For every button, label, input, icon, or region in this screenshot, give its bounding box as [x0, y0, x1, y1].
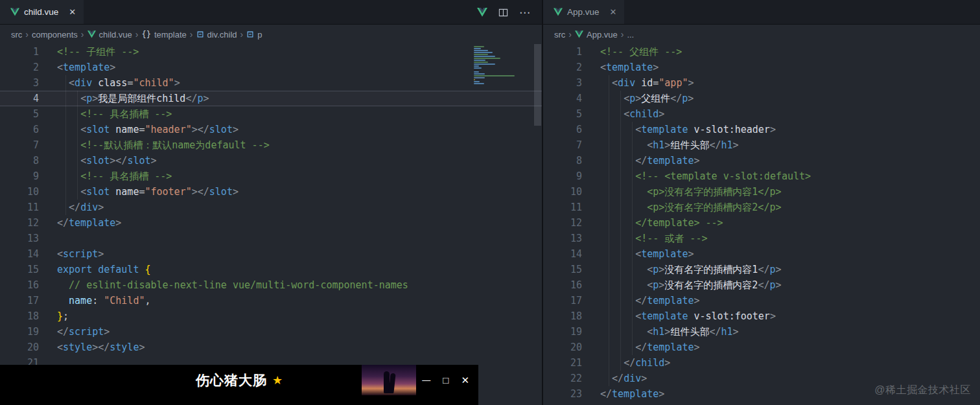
code-line[interactable]: 11 </div> — [0, 200, 542, 215]
ad-title[interactable]: 伤心猪大肠 — [196, 371, 267, 389]
breadcrumbs-left: src›components›child.vue›{}template›div.… — [0, 25, 542, 44]
code-line[interactable]: 2<template> — [0, 60, 542, 75]
line-number: 14 — [0, 246, 39, 262]
code-line[interactable]: 6 <slot name="header"></slot> — [0, 122, 542, 137]
indent-guide — [77, 91, 78, 200]
ad-banner: 伤心猪大肠 ★ — □ ✕ — [0, 365, 478, 405]
line-number: 10 — [0, 184, 39, 200]
breadcrumb-item[interactable]: App.vue — [575, 30, 618, 40]
line-number: 19 — [0, 324, 39, 340]
line-number: 13 — [543, 231, 582, 246]
code-line[interactable]: 5 <!-- 具名插槽 --> — [0, 106, 542, 122]
breadcrumb-item[interactable]: src — [554, 30, 565, 40]
close-tab-icon[interactable]: ✕ — [69, 7, 76, 17]
star-icon: ★ — [272, 373, 283, 388]
line-number: 4 — [0, 91, 39, 106]
breadcrumb-item[interactable]: src — [11, 30, 22, 40]
couple-silhouette — [388, 373, 395, 393]
line-number: 9 — [0, 168, 39, 184]
editor-pane-left: child.vue ✕ ⋯ src›components›child.vue›{… — [0, 0, 542, 405]
code-line[interactable]: 1<!-- 父组件 --> — [543, 44, 980, 60]
ad-close-icon[interactable]: ✕ — [461, 375, 469, 385]
line-number: 16 — [0, 277, 39, 293]
tab-label: child.vue — [24, 7, 58, 17]
chevron-right-icon: › — [621, 29, 624, 40]
line-number: 13 — [0, 231, 39, 246]
breadcrumb-item[interactable]: div.child — [196, 30, 237, 40]
code-line[interactable]: 15export default { — [0, 262, 542, 277]
code-line[interactable]: 9 <!-- 具名插槽 --> — [0, 168, 542, 184]
chevron-right-icon: › — [568, 29, 572, 40]
indent-guide — [65, 75, 66, 215]
editor-right: 1<!-- 父组件 -->2<template>3 <div id="app">… — [543, 44, 980, 405]
chevron-right-icon: › — [81, 29, 84, 40]
code-line[interactable]: 13 — [0, 231, 542, 246]
breadcrumb-item[interactable]: ... — [627, 30, 634, 40]
code-line[interactable]: 12</template> — [0, 215, 542, 231]
line-number: 12 — [543, 215, 582, 231]
line-number: 5 — [0, 106, 39, 122]
line-number: 17 — [543, 293, 582, 308]
chevron-right-icon: › — [240, 29, 244, 40]
code-area-left: 1<!-- 子组件 -->2<template>3 <div class="ch… — [0, 44, 542, 405]
code-line[interactable]: 18}; — [0, 308, 542, 324]
line-number: 16 — [543, 277, 582, 293]
code-line[interactable]: 16 // eslint-disable-next-line vue/multi… — [0, 277, 542, 293]
indent-guide — [632, 122, 633, 355]
chevron-right-icon: › — [135, 29, 139, 40]
editor-left: 1<!-- 子组件 -->2<template>3 <div class="ch… — [0, 44, 542, 405]
line-number: 8 — [0, 153, 39, 168]
more-actions-icon[interactable]: ⋯ — [519, 7, 530, 18]
line-number: 19 — [543, 324, 582, 340]
scrollbar-thumb[interactable] — [534, 44, 541, 126]
code-line[interactable]: 17 name: "Child", — [0, 293, 542, 308]
line-number: 5 — [543, 106, 582, 122]
line-number: 2 — [0, 60, 39, 75]
ad-popout-icon[interactable]: □ — [443, 375, 449, 385]
line-number: 21 — [543, 355, 582, 371]
ad-image[interactable] — [362, 365, 416, 395]
breadcrumb-item[interactable]: {}template — [142, 30, 187, 40]
code-line[interactable]: 24 — [543, 402, 980, 405]
minimap[interactable] — [474, 46, 532, 87]
tabbar-right: App.vue ✕ — [543, 0, 980, 25]
line-number: 8 — [543, 153, 582, 168]
editor-pane-right: App.vue ✕ src›App.vue›... 1<!-- 父组件 -->2… — [542, 0, 980, 405]
tab-app-vue[interactable]: App.vue ✕ — [543, 0, 624, 24]
code-line[interactable]: 19</script> — [0, 324, 542, 340]
code-line[interactable]: 14<script> — [0, 246, 542, 262]
code-line[interactable]: 7 <!--默认插槽：默认name为default --> — [0, 137, 542, 153]
code-line[interactable]: 10 <slot name="footer"></slot> — [0, 184, 542, 200]
breadcrumb-item[interactable]: components — [32, 30, 78, 40]
line-number: 18 — [0, 308, 39, 324]
line-number: 17 — [0, 293, 39, 308]
vue-devtools-icon[interactable] — [477, 8, 487, 17]
vscode-window: child.vue ✕ ⋯ src›components›child.vue›{… — [0, 0, 980, 405]
line-number: 7 — [543, 137, 582, 153]
code-line[interactable]: 4 <p>我是局部组件child</p> — [0, 91, 542, 106]
tab-child-vue[interactable]: child.vue ✕ — [0, 0, 84, 24]
line-number: 24 — [543, 402, 582, 405]
line-number: 11 — [543, 200, 582, 215]
code-line[interactable]: 3 <div class="child"> — [0, 75, 542, 91]
line-number: 18 — [543, 308, 582, 324]
code-line[interactable]: 8 <slot></slot> — [0, 153, 542, 168]
vue-file-icon — [10, 8, 19, 16]
code-line[interactable]: 20<style></style> — [0, 340, 542, 355]
line-number: 15 — [543, 262, 582, 277]
line-number: 6 — [543, 122, 582, 137]
split-editor-icon[interactable] — [498, 8, 508, 17]
chevron-right-icon: › — [190, 29, 193, 40]
line-number: 2 — [543, 60, 582, 75]
code-line[interactable]: 2<template> — [543, 60, 980, 75]
line-number: 3 — [543, 75, 582, 91]
vue-icon — [575, 30, 583, 38]
code-line[interactable]: 1<!-- 子组件 --> — [0, 44, 542, 60]
line-number: 23 — [543, 386, 582, 402]
ad-minimize-icon[interactable]: — — [422, 376, 430, 384]
breadcrumb-item[interactable]: p — [246, 30, 262, 40]
breadcrumb-item[interactable]: child.vue — [88, 30, 132, 40]
tag-icon — [196, 30, 204, 38]
chevron-right-icon: › — [25, 29, 29, 40]
close-tab-icon[interactable]: ✕ — [610, 7, 617, 17]
